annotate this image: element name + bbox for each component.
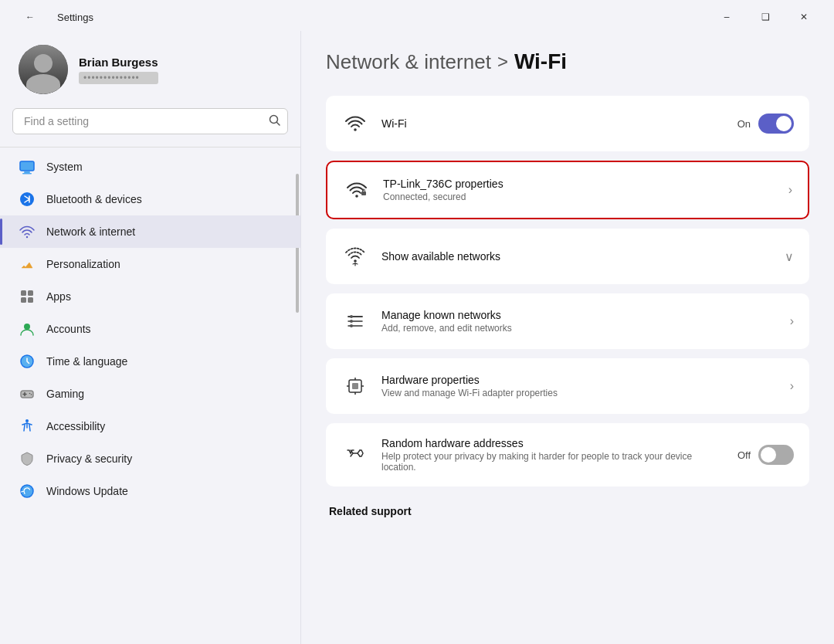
hardware-icon: [341, 372, 369, 400]
main-content: Network & internet > Wi-Fi Wi-Fi: [301, 31, 834, 644]
titlebar-left: ← Settings: [12, 5, 93, 29]
sidebar-item-update[interactable]: Windows Update: [0, 475, 300, 507]
random-hw-text: Random hardware addresses Help protect y…: [381, 437, 725, 473]
sidebar-item-gaming[interactable]: Gaming: [0, 378, 300, 410]
titlebar: ← Settings – ❑ ✕: [0, 0, 834, 31]
svg-point-20: [354, 128, 357, 131]
available-networks-title: Show available networks: [381, 250, 772, 263]
wifi-toggle-row[interactable]: Wi-Fi On: [326, 96, 809, 151]
wifi-toggle-card: Wi-Fi On: [326, 96, 809, 151]
back-button[interactable]: ←: [12, 5, 48, 29]
manage-networks-text: Manage known networks Add, remove, and e…: [381, 309, 778, 334]
connected-network-control: ›: [788, 183, 792, 197]
manage-networks-icon: [341, 307, 369, 335]
sidebar-item-bluetooth[interactable]: Bluetooth & devices: [0, 183, 300, 215]
gaming-icon: [19, 385, 36, 402]
svg-point-29: [350, 320, 353, 323]
chevron-right-icon: ›: [788, 183, 792, 197]
sidebar-item-time[interactable]: Time & language: [0, 345, 300, 378]
app-body: Brian Burgess ••••••••••••••: [0, 31, 834, 644]
sidebar-item-accounts[interactable]: Accounts: [0, 313, 300, 345]
personalization-icon: [19, 256, 36, 273]
wifi-toggle-knob: [776, 116, 792, 131]
user-email: ••••••••••••••: [79, 72, 158, 84]
svg-rect-3: [24, 171, 30, 173]
manage-networks-title: Manage known networks: [381, 309, 778, 321]
system-icon: [19, 158, 36, 175]
accessibility-icon: [19, 418, 36, 435]
sidebar-item-privacy[interactable]: Privacy & security: [0, 442, 300, 475]
sidebar-item-system[interactable]: System: [0, 151, 300, 183]
svg-point-6: [26, 236, 28, 238]
sidebar-item-privacy-label: Privacy & security: [46, 452, 132, 465]
hardware-props-card: Hardware properties View and manage Wi-F…: [326, 358, 809, 414]
chevron-down-icon: ∨: [785, 249, 794, 264]
svg-point-21: [355, 195, 358, 198]
sidebar-item-accounts-label: Accounts: [46, 323, 91, 335]
available-networks-row[interactable]: Show available networks ∨: [326, 229, 809, 284]
sidebar-item-network[interactable]: Network & internet: [0, 215, 300, 248]
svg-point-18: [25, 419, 29, 422]
window-controls: – ❑ ✕: [709, 5, 822, 29]
connected-network-text: TP-Link_736C properties Connected, secur…: [383, 178, 776, 202]
sidebar-divider: [0, 147, 300, 147]
svg-rect-10: [28, 297, 33, 303]
search-input[interactable]: [12, 108, 288, 134]
connected-network-card: TP-Link_736C properties Connected, secur…: [326, 161, 809, 219]
sidebar-item-system-label: System: [46, 161, 83, 173]
apps-icon: [19, 288, 36, 305]
avatar-image: [19, 45, 68, 94]
avatar: [19, 45, 68, 94]
svg-rect-32: [352, 383, 358, 389]
sidebar-item-update-label: Windows Update: [46, 485, 128, 497]
random-hw-icon: [341, 441, 369, 469]
random-hw-card: Random hardware addresses Help protect y…: [326, 423, 809, 486]
time-icon: [19, 353, 36, 370]
sidebar-item-accessibility-label: Accessibility: [46, 420, 105, 432]
related-support: Related support: [326, 496, 809, 520]
manage-networks-subtitle: Add, remove, and edit networks: [381, 323, 778, 334]
svg-rect-8: [28, 290, 33, 296]
random-hw-toggle-knob: [761, 447, 776, 463]
wifi-icon: [341, 110, 369, 137]
sidebar-item-accessibility[interactable]: Accessibility: [0, 410, 300, 442]
svg-point-5: [20, 192, 34, 206]
svg-point-23: [354, 259, 357, 263]
hardware-props-control: ›: [790, 379, 794, 393]
wifi-toggle-control: On: [737, 114, 794, 134]
app-title: Settings: [57, 12, 93, 23]
sidebar-item-time-label: Time & language: [46, 355, 127, 368]
hardware-props-text: Hardware properties View and manage Wi-F…: [381, 374, 778, 398]
random-hw-state-label: Off: [737, 449, 751, 461]
svg-point-30: [350, 324, 353, 327]
connected-network-subtitle: Connected, secured: [383, 192, 776, 202]
available-networks-card: Show available networks ∨: [326, 229, 809, 284]
manage-networks-row[interactable]: Manage known networks Add, remove, and e…: [326, 293, 809, 349]
wifi-toggle-switch[interactable]: [758, 114, 794, 134]
breadcrumb: Network & internet > Wi-Fi: [326, 49, 809, 74]
manage-networks-card: Manage known networks Add, remove, and e…: [326, 293, 809, 349]
user-info: Brian Burgess ••••••••••••••: [79, 56, 158, 84]
sidebar-item-apps[interactable]: Apps: [0, 280, 300, 313]
wifi-toggle-text: Wi-Fi: [381, 117, 725, 130]
random-hw-subtitle: Help protect your privacy by making it h…: [381, 451, 725, 473]
random-hw-control: Off: [737, 445, 794, 465]
random-hw-row[interactable]: Random hardware addresses Help protect y…: [326, 423, 809, 486]
wifi-state-label: On: [737, 118, 751, 130]
sidebar-item-gaming-label: Gaming: [46, 388, 84, 400]
hardware-props-row[interactable]: Hardware properties View and manage Wi-F…: [326, 358, 809, 414]
sidebar-item-personalization-label: Personalization: [46, 258, 120, 270]
breadcrumb-current: Wi-Fi: [514, 49, 567, 74]
close-button[interactable]: ✕: [786, 5, 822, 29]
connected-wifi-icon: [343, 176, 371, 204]
minimize-button[interactable]: –: [709, 5, 744, 29]
restore-button[interactable]: ❑: [748, 5, 783, 29]
sidebar-item-personalization[interactable]: Personalization: [0, 248, 300, 280]
connected-network-row[interactable]: TP-Link_736C properties Connected, secur…: [327, 162, 808, 218]
random-hw-toggle-switch[interactable]: [758, 445, 794, 465]
sidebar-item-network-label: Network & internet: [46, 225, 135, 238]
sidebar-item-apps-label: Apps: [46, 290, 71, 303]
wifi-title: Wi-Fi: [381, 117, 725, 130]
bluetooth-icon: [19, 191, 36, 208]
breadcrumb-separator: >: [497, 51, 508, 73]
